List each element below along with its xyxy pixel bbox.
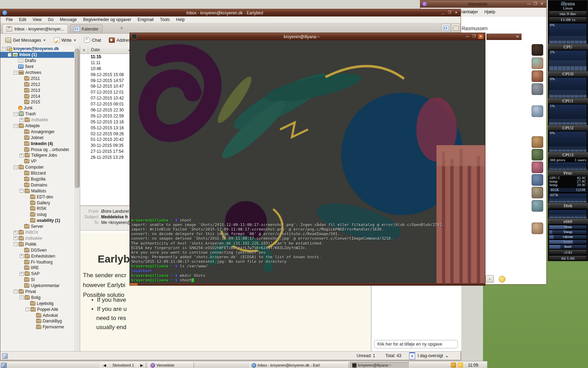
show-desktop-icon[interactable] <box>1 363 7 368</box>
folder-row[interactable]: 2013 <box>0 87 74 93</box>
folder-row[interactable]: −Trash <box>0 111 74 117</box>
folder-row[interactable]: DanskByg <box>0 318 74 324</box>
folder-row[interactable]: 2015 <box>0 99 74 105</box>
folder-row[interactable]: −Privat <box>0 289 74 295</box>
folder-row[interactable]: Ugekommentar <box>0 283 74 289</box>
tab-close-icon[interactable]: ✕ <box>120 26 123 30</box>
folder-row[interactable]: Jobnet <box>0 135 74 141</box>
buddy-avatar[interactable] <box>532 162 543 173</box>
tray-icon[interactable] <box>451 362 456 368</box>
gkrellm-proc-label[interactable]: Proc <box>548 170 588 176</box>
folder-row[interactable]: usability (1) <box>0 218 74 224</box>
folder-row[interactable]: +SAP <box>0 271 74 277</box>
folder-row[interactable]: −Archives <box>0 70 74 76</box>
folder-row[interactable]: 2012 <box>0 81 74 87</box>
folder-row[interactable]: FI-Youthorg <box>0 259 74 265</box>
buddy-name[interactable]: Rasmussen <box>462 26 488 31</box>
folder-row[interactable]: EDT-dev <box>0 194 74 200</box>
folder-row[interactable]: VP <box>0 158 74 164</box>
folder-row[interactable]: Server <box>0 224 74 230</box>
collapse-icon[interactable]: − <box>14 124 18 128</box>
close-icon[interactable]: ✕ <box>454 11 459 15</box>
folder-row[interactable]: DGSven <box>0 247 74 253</box>
gkrellm-fs-meter[interactable]: boot <box>549 245 587 249</box>
folder-row[interactable]: −Computer <box>0 164 74 170</box>
add-task-input[interactable]: Klik her for at tilføje en ny opgave <box>374 340 458 348</box>
task-button[interactable]: Inbox - kroyeren@kroyeren.dk - Earl <box>250 362 349 368</box>
folder-row[interactable]: −kroyeren@kroyeren.dk <box>0 46 74 52</box>
collapse-icon[interactable]: − <box>8 53 12 57</box>
folder-row[interactable]: Fjernvarme <box>0 324 74 330</box>
gkrellm-cpu-label[interactable]: CPU1 <box>548 98 588 104</box>
folder-row[interactable]: RISK <box>0 206 74 212</box>
maximize-icon[interactable]: ❐ <box>447 11 452 15</box>
tasks-view-button[interactable] <box>451 24 460 32</box>
gkrellm-cpu-chart[interactable]: 0% <box>549 23 587 44</box>
terminal-resize-grip[interactable] <box>130 283 485 285</box>
clock[interactable]: 11:09 <box>468 363 478 368</box>
buddy-avatar[interactable] <box>532 200 543 212</box>
folder-row[interactable]: Sent <box>0 64 74 70</box>
collapse-icon[interactable]: − <box>14 289 18 293</box>
terminal-titlebar[interactable]: kroyeren@illyana:~ — ❐ ✕ <box>130 33 485 40</box>
buddy-avatar[interactable] <box>532 70 543 82</box>
folder-row[interactable]: Gallery <box>0 200 74 206</box>
folder-row[interactable]: 2014 <box>0 93 74 99</box>
menu-item[interactable]: Help <box>173 17 188 22</box>
gkrellm-mail-count[interactable]: -/141 <box>549 250 587 255</box>
gkrellm-disk-chart[interactable]: 307K <box>549 193 587 203</box>
gkrellm-cpu-label[interactable]: CPU2 <box>548 125 588 131</box>
scrollbar-thumb[interactable] <box>75 49 79 188</box>
gkrellm-eth0-label[interactable]: eth0 <box>548 219 588 225</box>
folder-pane-scrollbar[interactable] <box>74 46 80 351</box>
folder-row[interactable]: +Indbakke <box>0 236 74 241</box>
folder-row[interactable]: SI <box>0 277 74 283</box>
gkrellm-fs-meter[interactable]: home <box>549 240 587 244</box>
mini-window-titlebar[interactable]: ✕ <box>486 34 522 40</box>
collapse-icon[interactable]: − <box>14 242 18 246</box>
buddy-avatar[interactable] <box>532 149 543 161</box>
minimize-icon[interactable]: — <box>465 34 470 39</box>
folder-row[interactable]: +Indbakke <box>0 117 74 123</box>
folder-row[interactable]: −Arbejde <box>0 123 74 129</box>
menu-item[interactable]: Begivenheder og opgaver <box>80 17 134 22</box>
folder-row[interactable]: +Tidligere Jobs <box>0 152 74 158</box>
folder-row[interactable]: −Bolig <box>0 294 74 300</box>
buddy-avatar[interactable] <box>532 57 543 69</box>
folder-row[interactable]: sslug <box>0 212 74 218</box>
gkrellm-mem-meter[interactable]: Mem <box>549 225 587 230</box>
toolbar-button[interactable]: Write▼ <box>52 36 79 44</box>
gkrellm-net-chart[interactable] <box>549 210 587 219</box>
folder-row[interactable]: −Inbox (1) <box>0 52 74 58</box>
minimize-icon[interactable]: _ <box>440 11 446 15</box>
buddy-avatar[interactable] <box>532 105 543 117</box>
folder-row[interactable]: Blizzard <box>0 170 74 176</box>
folder-row[interactable]: Ansøgninger <box>0 129 74 135</box>
expand-icon[interactable]: + <box>14 231 18 234</box>
gkrellm-cpu-chart[interactable]: 0% <box>549 131 587 152</box>
gkrellm-proc-chart[interactable] <box>549 162 587 170</box>
menu-item[interactable]: Tools <box>157 17 173 22</box>
expand-icon[interactable]: + <box>20 118 23 122</box>
buddy-avatar[interactable] <box>532 136 543 148</box>
collapse-icon[interactable]: − <box>14 71 18 75</box>
expand-icon[interactable]: + <box>20 272 23 276</box>
buddy-avatar[interactable] <box>532 223 543 234</box>
today-pane-toggle[interactable]: I dag-oversigt ⌄ <box>418 353 449 358</box>
buddy-avatar[interactable] <box>532 44 543 56</box>
folder-row[interactable]: Lejebolig <box>0 300 74 306</box>
menu-item[interactable]: File <box>3 17 15 22</box>
folder-row[interactable]: Domains <box>0 182 74 188</box>
status-dropdown-arrow-icon[interactable]: ⌄ <box>485 275 494 283</box>
gkrellm-cpu-chart[interactable]: 2% <box>549 50 587 71</box>
menu-item[interactable]: Message <box>57 17 80 22</box>
folder-row[interactable]: Bugzilla <box>0 176 74 182</box>
earlybird-titlebar[interactable]: Inbox - kroyeren@kroyeren.dk - Earlybird… <box>0 9 461 16</box>
menu-vaerktoejer[interactable]: Værktøjer <box>460 9 478 14</box>
folder-row[interactable]: +INBOX <box>0 230 74 236</box>
collapse-icon[interactable]: − <box>26 307 29 311</box>
folder-row[interactable]: IIRE <box>0 265 74 271</box>
terminal-body[interactable]: kroyeren@illyana ~ $ shootimport: unable… <box>130 40 485 283</box>
folder-row[interactable]: Drafts <box>0 58 74 64</box>
calendar-view-button[interactable] <box>441 24 450 32</box>
